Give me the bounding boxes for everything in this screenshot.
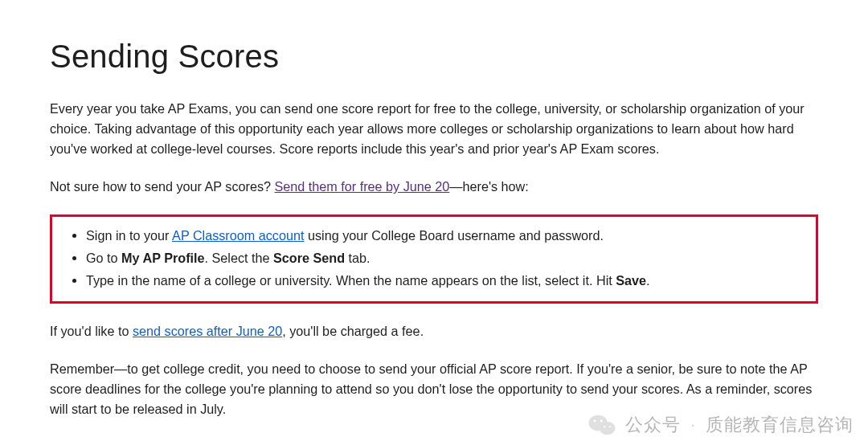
step2-bold-profile: My AP Profile: [121, 251, 204, 265]
list-item: Go to My AP Profile. Select the Score Se…: [86, 247, 805, 270]
intro-paragraph: Every year you take AP Exams, you can se…: [50, 99, 818, 159]
svg-point-3: [593, 420, 596, 423]
step1-suffix: using your College Board username and pa…: [304, 228, 604, 243]
after-prefix: If you'd like to: [50, 324, 133, 338]
list-item: Type in the name of a college or univers…: [86, 270, 805, 292]
ap-classroom-link[interactable]: AP Classroom account: [172, 228, 304, 243]
step3-bold-save: Save: [616, 273, 646, 288]
steps-list: Sign in to your AP Classroom account usi…: [63, 225, 805, 292]
svg-point-6: [609, 426, 611, 427]
page-title: Sending Scores: [50, 39, 818, 75]
step3-prefix: Type in the name of a college or univers…: [86, 273, 616, 288]
step2-bold-scoresend: Score Send: [273, 251, 345, 265]
after-june20-link[interactable]: send scores after June 20: [133, 324, 282, 338]
step2-mid: . Select the: [205, 251, 273, 265]
step3-suffix: .: [646, 273, 650, 288]
after-suffix: , you'll be charged a fee.: [282, 324, 424, 338]
step1-prefix: Sign in to your: [86, 228, 172, 243]
svg-point-5: [604, 426, 605, 427]
reminder-paragraph: Remember—to get college credit, you need…: [50, 359, 818, 419]
list-item: Sign in to your AP Classroom account usi…: [86, 225, 805, 247]
svg-point-2: [600, 422, 616, 435]
after-deadline-paragraph: If you'd like to send scores after June …: [50, 321, 818, 341]
highlighted-steps-box: Sign in to your AP Classroom account usi…: [50, 214, 818, 304]
article-container: Sending Scores Every year you take AP Ex…: [0, 0, 868, 419]
not-sure-prefix: Not sure how to send your AP scores?: [50, 179, 275, 194]
step2-suffix: tab.: [345, 251, 371, 265]
step2-prefix: Go to: [86, 251, 121, 265]
not-sure-paragraph: Not sure how to send your AP scores? Sen…: [50, 177, 818, 197]
send-free-link[interactable]: Send them for free by June 20: [275, 179, 450, 194]
svg-point-4: [600, 420, 603, 423]
not-sure-suffix: —here's how:: [449, 179, 528, 194]
svg-point-1: [600, 422, 616, 435]
